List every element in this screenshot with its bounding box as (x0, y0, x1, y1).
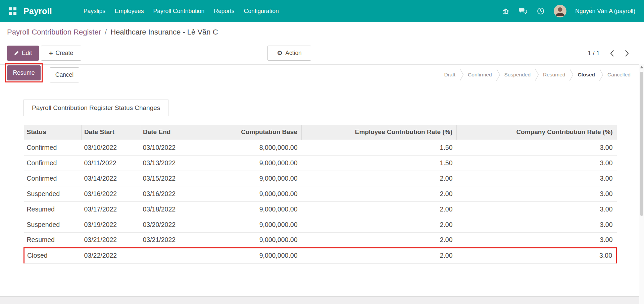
table-cell: 3.00 (457, 155, 617, 171)
table-cell: 9,000,000.00 (201, 201, 302, 217)
table-cell: 03/14/2022 (82, 171, 140, 186)
statusbar-state-confirmed[interactable]: Confirmed (464, 72, 496, 78)
gear-icon: ⚙ (277, 50, 283, 56)
table-cell: 3.00 (457, 140, 617, 155)
pager-next-button[interactable] (624, 49, 630, 58)
table-cell: 03/16/2022 (82, 186, 140, 201)
table-row[interactable]: Confirmed03/10/202203/10/20228,000,000.0… (24, 140, 617, 155)
column-header-computation-base[interactable]: Computation Base (201, 125, 302, 140)
table-cell: 1.50 (302, 155, 457, 171)
table-cell (140, 248, 201, 263)
vertical-scrollbar[interactable] (639, 64, 644, 304)
statusbar-states: DraftConfirmedSuspendedResumedClosedCanc… (440, 65, 635, 85)
table-cell: 9,000,000.00 (201, 232, 302, 248)
table-row[interactable]: Confirmed03/11/202203/13/20229,000,000.0… (24, 155, 617, 171)
table-cell: 03/18/2022 (140, 201, 201, 217)
table-cell: 9,000,000.00 (201, 217, 302, 232)
column-header-status[interactable]: Status (24, 125, 82, 140)
edit-button[interactable]: Edit (7, 46, 39, 61)
messages-icon[interactable] (519, 7, 528, 15)
statusbar-state-closed[interactable]: Closed (574, 72, 599, 78)
notebook-tabs: Payroll Contribution Register Status Cha… (23, 100, 616, 116)
apps-menu-icon[interactable] (6, 4, 19, 18)
app-brand[interactable]: Payroll (23, 6, 52, 16)
scrollbar-thumb[interactable] (640, 72, 643, 216)
table-cell: 9,000,000.00 (201, 171, 302, 186)
table-row[interactable]: Suspended03/19/202203/20/20229,000,000.0… (24, 217, 617, 232)
column-header-date-end[interactable]: Date End (140, 125, 201, 140)
statusbar-state-suspended[interactable]: Suspended (500, 72, 535, 78)
table-cell: Confirmed (24, 140, 82, 155)
chevron-left-icon (610, 50, 614, 57)
table-cell: 03/16/2022 (140, 186, 201, 201)
table-cell: Suspended (24, 186, 82, 201)
table-row[interactable]: Resumed03/17/202203/18/20229,000,000.002… (24, 201, 617, 217)
table-cell: 03/17/2022 (82, 201, 140, 217)
table-cell: Suspended (24, 217, 82, 232)
action-button-label: Action (285, 50, 302, 57)
table-cell: 03/10/2022 (140, 140, 201, 155)
pager-previous-button[interactable] (609, 49, 615, 58)
column-header-date-start[interactable]: Date Start (82, 125, 140, 140)
breadcrumb-parent-link[interactable]: Payroll Contribution Register (7, 28, 101, 37)
table-cell: 9,000,000.00 (201, 186, 302, 201)
bug-icon[interactable] (501, 7, 510, 15)
statusbar-arrow-icon (569, 68, 574, 81)
table-row[interactable]: Suspended03/16/202203/16/20229,000,000.0… (24, 186, 617, 201)
statusbar-row: Resume Cancel DraftConfirmedSuspendedRes… (0, 64, 644, 85)
scroll-up-arrow-icon[interactable] (640, 66, 643, 68)
table-header-row: Status Date Start Date End Computation B… (24, 125, 617, 140)
pager: 1 / 1 (588, 46, 630, 61)
statusbar-state-cancelled[interactable]: Cancelled (603, 72, 635, 78)
resume-button-label: Resume (13, 69, 35, 76)
resume-button[interactable]: Resume (7, 65, 41, 80)
action-button[interactable]: ⚙ Action (267, 46, 311, 61)
table-cell: 3.00 (457, 186, 617, 201)
table-cell: 2.00 (302, 186, 457, 201)
menu-configuration[interactable]: Configuration (239, 8, 284, 15)
table-cell: 8,000,000.00 (201, 140, 302, 155)
breadcrumb: Payroll Contribution Register / Healthca… (0, 22, 644, 42)
menu-payroll-contribution[interactable]: Payroll Contribution (149, 8, 209, 15)
chevron-right-icon (625, 50, 629, 57)
statusbar-state-draft[interactable]: Draft (440, 72, 460, 78)
menu-employees[interactable]: Employees (110, 8, 149, 15)
form-sheet: Payroll Contribution Register Status Cha… (0, 85, 644, 296)
table-cell: 3.00 (457, 171, 617, 186)
statusbar-arrow-icon (496, 68, 500, 81)
table-row-highlighted[interactable]: Closed03/22/20229,000,000.002.003.00 (24, 248, 617, 263)
menu-payslips[interactable]: Payslips (79, 8, 110, 15)
table-cell: 03/11/2022 (82, 155, 140, 171)
main-menu: Payslips Employees Payroll Contribution … (79, 0, 284, 22)
table-cell: Resumed (24, 201, 82, 217)
statusbar-arrow-icon (535, 68, 539, 81)
table-cell: 1.50 (302, 140, 457, 155)
table-cell: Closed (24, 248, 82, 263)
tab-status-changes[interactable]: Payroll Contribution Register Status Cha… (23, 100, 168, 116)
cancel-button[interactable]: Cancel (50, 67, 79, 82)
table-cell: 03/13/2022 (140, 155, 201, 171)
table-cell: 3.00 (457, 232, 617, 248)
table-cell: 03/21/2022 (82, 232, 140, 248)
status-changes-table: Status Date Start Date End Computation B… (23, 125, 617, 263)
create-button[interactable]: + Create (41, 46, 81, 61)
menu-reports[interactable]: Reports (209, 8, 239, 15)
column-header-employee-rate[interactable]: Employee Contribution Rate (%) (302, 125, 457, 140)
table-cell: 2.00 (302, 248, 457, 263)
column-header-company-rate[interactable]: Company Contribution Rate (%) (457, 125, 617, 140)
navbar-right: Nguyễn Văn A (payroll) (501, 5, 635, 17)
table-row[interactable]: Confirmed03/14/202203/15/20229,000,000.0… (24, 171, 617, 186)
statusbar-state-resumed[interactable]: Resumed (539, 72, 569, 78)
user-menu[interactable]: Nguyễn Văn A (payroll) (575, 8, 635, 15)
cancel-button-label: Cancel (55, 71, 73, 78)
table-row[interactable]: Resumed03/21/202203/21/20229,000,000.002… (24, 232, 617, 248)
apps-grid-icon (8, 7, 17, 15)
table-cell: 9,000,000.00 (201, 248, 302, 263)
table-cell: 03/22/2022 (82, 248, 140, 263)
statusbar-arrow-icon (599, 68, 603, 81)
activity-clock-icon[interactable] (536, 7, 545, 15)
statusbar-arrow-icon (459, 68, 464, 81)
control-panel: Edit + Create ⚙ Action 1 / 1 (0, 42, 644, 64)
plus-icon: + (49, 50, 53, 57)
user-avatar[interactable] (554, 5, 566, 17)
